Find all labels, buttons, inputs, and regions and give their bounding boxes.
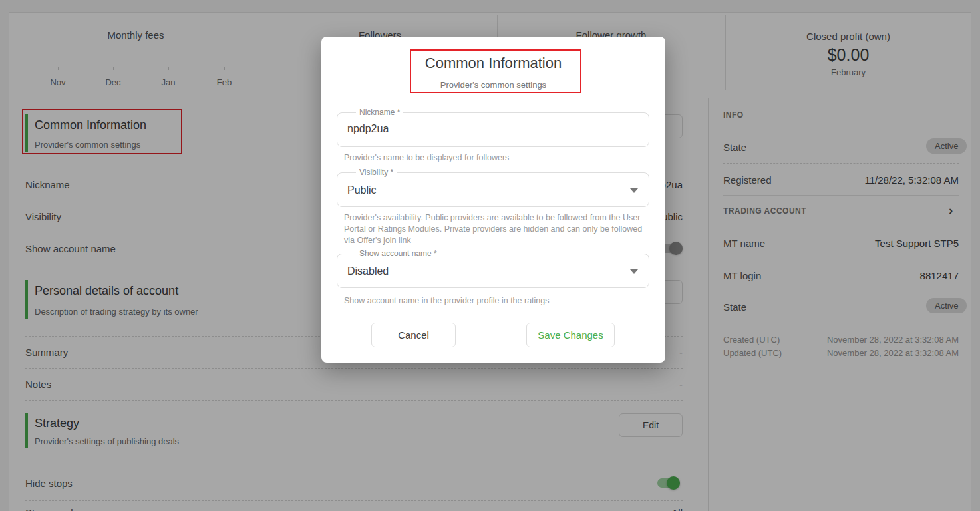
- show-account-name-helper-text: Show account name in the provider profil…: [344, 295, 645, 307]
- nickname-field-label: Nickname *: [356, 108, 403, 117]
- nickname-helper-text: Provider's name to be displayed for foll…: [344, 152, 643, 164]
- save-changes-button[interactable]: Save Changes: [526, 323, 615, 347]
- chevron-down-icon: [630, 269, 638, 274]
- annotation-box-modal-header: [410, 49, 581, 93]
- visibility-helper-text: Provider's availability. Public provider…: [344, 212, 645, 246]
- visibility-select-label: Visibility *: [356, 168, 397, 177]
- show-account-name-select-label: Show account name *: [356, 249, 440, 258]
- show-account-name-select[interactable]: Show account name * Disabled: [337, 254, 649, 288]
- chevron-down-icon: [630, 188, 638, 193]
- cancel-button[interactable]: Cancel: [371, 323, 456, 347]
- visibility-select[interactable]: Visibility * Public: [337, 172, 649, 207]
- nickname-field[interactable]: Nickname *: [337, 112, 649, 147]
